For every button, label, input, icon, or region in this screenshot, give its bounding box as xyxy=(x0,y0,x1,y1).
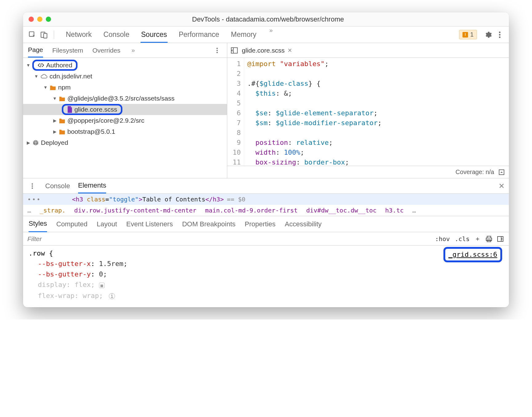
tab-page[interactable]: Page xyxy=(28,43,43,58)
coverage-label: Coverage: n/a xyxy=(455,169,494,176)
chevron-down-icon: ▼ xyxy=(34,74,38,79)
drawer-tab-elements[interactable]: Elements xyxy=(78,178,106,193)
crumb[interactable]: div.row.justify-content-md-center xyxy=(74,207,196,214)
editor-tab-label: glide.core.scss xyxy=(242,47,285,54)
tab-filesystem[interactable]: Filesystem xyxy=(52,44,83,57)
tab-accessibility[interactable]: Accessibility xyxy=(285,216,322,232)
tab-overrides[interactable]: Overrides xyxy=(92,44,120,57)
issues-badge[interactable]: ! 1 xyxy=(459,30,477,39)
chevron-down-icon: ▼ xyxy=(43,85,48,90)
tab-dom-breakpoints[interactable]: DOM Breakpoints xyxy=(182,216,236,232)
navigator-tabs: Page Filesystem Overrides » xyxy=(23,43,227,58)
cube-icon xyxy=(32,139,39,146)
file-tree[interactable]: ▼ Authored ▼ cdn.jsdelivr.net ▼ npm xyxy=(23,58,227,178)
editor-tabs: glide.core.scss ✕ xyxy=(227,43,509,58)
tree-bootstrap[interactable]: ▶ bootstrap@5.0.1 xyxy=(23,126,227,137)
tab-properties[interactable]: Properties xyxy=(245,216,276,232)
chevron-right-icon: ▶ xyxy=(53,129,57,134)
toggle-sidebar-icon[interactable] xyxy=(496,236,505,242)
issues-count: 1 xyxy=(470,31,474,38)
kebab-menu-icon[interactable] xyxy=(495,30,505,40)
settings-icon[interactable] xyxy=(483,30,493,40)
tree-glide-file[interactable]: glide.core.scss xyxy=(23,104,227,115)
styles-filter-row: :hov .cls ＋ xyxy=(23,232,509,246)
tree-npm[interactable]: ▼ npm xyxy=(23,82,227,93)
dom-selected-node[interactable]: ••• <h3 class="toggle">Table of Contents… xyxy=(23,194,509,205)
drawer-menu-icon[interactable] xyxy=(27,181,37,191)
more-tabs-icon[interactable]: » xyxy=(269,27,273,42)
minimize-window-icon[interactable] xyxy=(37,17,42,22)
tab-event-listeners[interactable]: Event Listeners xyxy=(126,216,173,232)
editor-footer: Coverage: n/a xyxy=(227,166,509,178)
crumb[interactable]: div#dw__toc.dw__toc xyxy=(306,207,377,214)
highlight-ring: glide.core.scss xyxy=(62,104,122,115)
tab-styles[interactable]: Styles xyxy=(29,216,47,232)
drawer-tabs: Console Elements ✕ xyxy=(23,178,509,194)
expand-icon[interactable] xyxy=(498,169,505,175)
ellipsis-icon: ••• xyxy=(27,196,41,203)
tab-memory[interactable]: Memory xyxy=(230,27,257,42)
highlight-ring: Authored xyxy=(32,60,77,71)
tab-sources[interactable]: Sources xyxy=(141,27,168,42)
svg-point-11 xyxy=(32,183,33,185)
inspect-icon[interactable] xyxy=(27,30,37,40)
code-editor[interactable]: 1234567891011 @import "variables"; .#{$g… xyxy=(227,58,509,166)
window-controls xyxy=(29,17,51,22)
styles-body[interactable]: _grid.scss:6 .row { --bs-gutter-x: 1.5re… xyxy=(23,246,509,307)
tab-layout[interactable]: Layout xyxy=(97,216,117,232)
svg-point-4 xyxy=(499,34,501,35)
tree-deployed[interactable]: ▶ Deployed xyxy=(23,137,227,148)
breadcrumb[interactable]: … _strap. div.row.justify-content-md-cen… xyxy=(23,205,509,216)
tree-authored[interactable]: ▼ Authored xyxy=(23,60,227,71)
chevron-down-icon: ▼ xyxy=(53,96,57,101)
close-window-icon[interactable] xyxy=(29,17,34,22)
titlebar: DevTools - datacadamia.com/web/browser/c… xyxy=(23,12,509,26)
new-rule-icon[interactable]: ＋ xyxy=(473,235,482,243)
window-title: DevTools - datacadamia.com/web/browser/c… xyxy=(51,15,485,23)
info-icon[interactable]: i xyxy=(109,293,115,299)
tree-label: Deployed xyxy=(41,139,68,146)
flex-badge-icon[interactable]: ▦ xyxy=(99,283,105,288)
cls-toggle[interactable]: .cls xyxy=(454,235,471,243)
tree-glide-path[interactable]: ▼ @glidejs/glide@3.5.2/src/assets/sass xyxy=(23,93,227,104)
svg-point-7 xyxy=(216,50,218,51)
editor-tab[interactable]: glide.core.scss ✕ xyxy=(242,47,292,54)
tree-popper[interactable]: ▶ @popperjs/core@2.9.2/src xyxy=(23,115,227,126)
source-link[interactable]: _grid.scss:6 xyxy=(443,247,502,262)
chevron-right-icon: ▶ xyxy=(53,118,57,123)
dom-text: Table of Contents xyxy=(142,196,205,203)
maximize-window-icon[interactable] xyxy=(46,17,51,22)
crumb[interactable]: h3.tc xyxy=(385,207,404,214)
tree-label: cdn.jsdelivr.net xyxy=(50,73,92,80)
file-icon xyxy=(67,106,73,113)
crumb[interactable]: main.col-md-9.order-first xyxy=(205,207,298,214)
drawer-tab-console[interactable]: Console xyxy=(45,179,70,193)
css-selector: .row { xyxy=(29,248,503,259)
folder-open-icon xyxy=(59,96,66,101)
svg-point-6 xyxy=(216,48,218,49)
svg-rect-17 xyxy=(498,236,503,241)
tab-performance[interactable]: Performance xyxy=(178,27,220,42)
line-gutter: 1234567891011 xyxy=(227,58,244,166)
device-toggle-icon[interactable] xyxy=(39,30,49,40)
close-tab-icon[interactable]: ✕ xyxy=(288,47,292,54)
tab-computed[interactable]: Computed xyxy=(56,216,88,232)
tab-console[interactable]: Console xyxy=(103,27,130,42)
navigator-menu-icon[interactable] xyxy=(212,46,222,55)
cloud-icon xyxy=(40,73,48,79)
sources-split: Page Filesystem Overrides » ▼ Authored ▼ xyxy=(23,43,509,178)
tab-network[interactable]: Network xyxy=(65,27,92,42)
folder-open-icon xyxy=(50,85,56,90)
more-navigator-tabs-icon[interactable]: » xyxy=(131,47,135,54)
close-drawer-icon[interactable]: ✕ xyxy=(498,182,505,190)
svg-point-5 xyxy=(499,36,501,38)
tree-label: @popperjs/core@2.9.2/src xyxy=(67,117,144,124)
tree-label: bootstrap@5.0.1 xyxy=(67,128,115,135)
styles-filter-input[interactable] xyxy=(27,235,431,243)
svg-point-13 xyxy=(32,187,33,189)
hov-toggle[interactable]: :hov xyxy=(434,235,451,243)
tree-cdn[interactable]: ▼ cdn.jsdelivr.net xyxy=(23,71,227,82)
toggle-navigator-icon[interactable] xyxy=(231,47,238,54)
crumb[interactable]: _strap. xyxy=(40,207,66,214)
print-icon[interactable] xyxy=(484,236,494,242)
